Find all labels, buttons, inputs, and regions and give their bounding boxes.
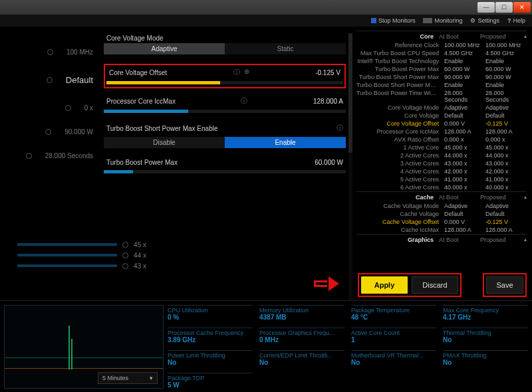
multiplier-row[interactable]: 43 x xyxy=(3,260,153,271)
link-icon[interactable] xyxy=(244,68,249,77)
stat-value: 3.89 GHz xyxy=(168,336,253,343)
core-voltage-mode: Core Voltage Mode Adaptive Static xyxy=(104,33,346,54)
proposed-panel: Core At Boot Proposed ▴ Reference Clock1… xyxy=(352,27,532,300)
info-icon[interactable] xyxy=(241,96,247,106)
row-label: 5 Active Cores xyxy=(356,176,444,183)
section-core[interactable]: Core At Boot Proposed ▴ xyxy=(356,31,527,41)
row-proposed: 60.000 W xyxy=(485,66,527,72)
stat-tile[interactable]: PMAX ThrottlingNo xyxy=(443,350,528,371)
row-label: Turbo Boost Short Power Max xyxy=(356,74,444,80)
row-label: Reference Clock xyxy=(356,42,444,49)
stat-tile[interactable]: Motherboard VR Thermal...No xyxy=(351,350,436,371)
save-button[interactable]: Save xyxy=(486,276,523,294)
stat-tile[interactable]: Active Core Count1 xyxy=(351,328,436,349)
summary-row: Turbo Boost Short Power Max90.000 W90.00… xyxy=(356,73,527,81)
stat-value: No xyxy=(443,359,528,366)
row-label: AVX Ratio Offset xyxy=(356,136,444,143)
turbo-boost-short-enable: Turbo Boost Short Power Max Enable Disab… xyxy=(104,122,346,148)
turbo-boost-power-max[interactable]: Turbo Boost Power Max 60.000 W xyxy=(104,157,346,173)
row-boot: 0.000 x xyxy=(444,136,485,143)
radio-icon xyxy=(122,263,128,269)
stat-label: Motherboard VR Thermal... xyxy=(351,352,436,359)
time-range-select[interactable]: 5 Minutes▾ xyxy=(98,372,158,384)
stat-label: Processor Graphics Frequ... xyxy=(259,330,344,336)
row-boot: Adaptive xyxy=(444,203,485,209)
row-boot: 43.000 x xyxy=(444,160,485,167)
apply-button[interactable]: Apply xyxy=(361,276,408,294)
stat-tile[interactable]: Processor Graphics Frequ...0 MHz xyxy=(259,328,344,349)
summary-row: Core Voltage ModeAdaptiveAdaptive xyxy=(356,104,527,112)
stat-tile[interactable]: Processor Cache Frequency3.89 GHz xyxy=(168,328,253,349)
info-icon[interactable] xyxy=(233,68,240,77)
summary-row: 4 Active Cores42.000 x42.000 x xyxy=(356,167,527,175)
stat-tile[interactable]: Max Core Frequency4.17 GHz xyxy=(443,305,528,326)
stat-tile[interactable]: Memory Utilization4387 MB xyxy=(259,305,344,326)
close-button[interactable]: ✕ xyxy=(513,2,531,13)
row-label: Core Voltage Offset xyxy=(356,120,444,127)
tab-static[interactable]: Static xyxy=(225,43,346,54)
menubar: Stop Monitors Monitoring Settings Help xyxy=(0,15,532,27)
left-item[interactable]: Default xyxy=(0,64,100,96)
help-link[interactable]: Help xyxy=(507,17,525,24)
settings-link[interactable]: Settings xyxy=(470,17,499,24)
summary-row: 5 Active Cores41.000 x41.000 x xyxy=(356,175,527,183)
info-icon[interactable] xyxy=(336,124,343,133)
row-label: Cache Voltage Mode xyxy=(356,203,444,209)
stat-value: 4387 MB xyxy=(259,314,344,321)
minimize-button[interactable]: — xyxy=(477,2,495,13)
stat-tile[interactable]: CPU Utilization0 % xyxy=(168,305,253,326)
stat-value: 5 W xyxy=(168,381,253,389)
tab-adaptive[interactable]: Adaptive xyxy=(104,43,225,54)
section-graphics[interactable]: Graphics At Boot Proposed ▴ xyxy=(356,234,527,245)
stat-tile[interactable]: Power Limit ThrottlingNo xyxy=(168,350,253,371)
row-label: 3 Active Cores xyxy=(356,160,444,167)
stat-label: Thermal Throttling xyxy=(443,330,528,336)
discard-button[interactable]: Discard xyxy=(412,276,458,294)
stat-tile[interactable]: Thermal ThrottlingNo xyxy=(443,328,528,349)
core-voltage-offset[interactable]: Core Voltage Offset -0.125 V xyxy=(106,66,343,84)
summary-row: Cache Voltage ModeAdaptiveAdaptive xyxy=(356,202,527,210)
toggle-disable[interactable]: Disable xyxy=(104,137,225,148)
stop-monitors-link[interactable]: Stop Monitors xyxy=(371,17,416,24)
row-boot: 100.000 MHz xyxy=(444,42,485,49)
row-label: Intel® Turbo Boost Technology xyxy=(356,58,444,64)
multiplier-row[interactable]: 45 x xyxy=(3,239,153,250)
monitoring-graph[interactable]: 5 Minutes▾ xyxy=(4,305,164,389)
stat-tile[interactable]: Current/EDP Limit Throttli...No xyxy=(259,350,344,371)
row-proposed: 40.000 x xyxy=(485,184,527,191)
stat-tile[interactable]: Package TDP5 W xyxy=(168,373,253,392)
window-titlebar: — ☐ ✕ xyxy=(0,0,532,15)
stat-tile[interactable]: Package Temperature48 °C xyxy=(351,305,436,326)
processor-core-iccmax[interactable]: Processor Core IccMax 128.000 A xyxy=(104,95,346,113)
slider-track[interactable] xyxy=(106,81,343,84)
multiplier-row[interactable]: 44 x xyxy=(3,250,153,260)
row-boot: 0.000 V xyxy=(444,219,485,225)
row-proposed: Enable xyxy=(485,82,527,88)
toggle-enable[interactable]: Enable xyxy=(225,137,346,148)
left-item[interactable]: 100 MHz xyxy=(0,40,100,64)
monitoring-icon xyxy=(423,18,432,23)
summary-row: Core Voltage Offset0.000 V-0.125 V xyxy=(356,120,527,128)
left-item[interactable]: 0 x xyxy=(0,96,100,120)
stat-value: 0 % xyxy=(168,314,253,321)
slider-track[interactable] xyxy=(104,170,346,173)
setting-value: 60.000 W xyxy=(315,159,343,166)
section-cache[interactable]: Cache At Boot Proposed ▴ xyxy=(356,191,527,202)
radio-icon xyxy=(26,153,32,159)
summary-row: 3 Active Cores43.000 x43.000 x xyxy=(356,159,527,167)
summary-row: Intel® Turbo Boost TechnologyEnableEnabl… xyxy=(356,57,527,65)
row-boot: 44.000 x xyxy=(444,152,485,159)
monitoring-link[interactable]: Monitoring xyxy=(423,17,462,24)
maximize-button[interactable]: ☐ xyxy=(495,2,513,13)
summary-row: AVX Ratio Offset0.000 x0.000 x xyxy=(356,136,527,144)
help-icon xyxy=(507,17,511,24)
row-label: 4 Active Cores xyxy=(356,168,444,175)
left-item[interactable]: 28.000 Seconds xyxy=(0,144,100,167)
summary-row: Max Turbo Boost CPU Speed4.500 GHz4.500 … xyxy=(356,49,527,57)
stats-grid: CPU Utilization0 %Memory Utilization4387… xyxy=(168,305,528,388)
left-item[interactable]: 90.000 W xyxy=(0,120,100,144)
slider-track[interactable] xyxy=(104,110,346,113)
row-boot: 4.500 GHz xyxy=(444,50,485,56)
row-boot: 60.000 W xyxy=(444,66,485,72)
row-proposed: 44.000 x xyxy=(485,152,527,159)
